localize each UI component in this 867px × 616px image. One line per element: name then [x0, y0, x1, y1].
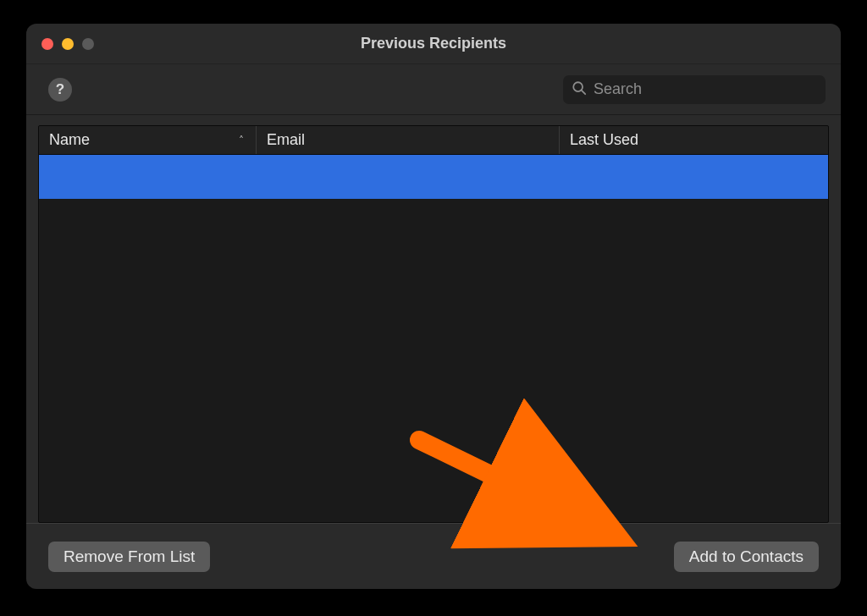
- svg-line-1: [582, 90, 586, 94]
- search-input[interactable]: [594, 80, 817, 98]
- table-row[interactable]: [39, 375, 828, 397]
- table-row[interactable]: [39, 155, 828, 177]
- footer: Remove From List Add to Contacts: [26, 523, 841, 589]
- table-row[interactable]: [39, 309, 828, 331]
- table-row[interactable]: [39, 331, 828, 353]
- toolbar: ?: [26, 64, 841, 115]
- search-field[interactable]: [563, 75, 826, 104]
- table-row[interactable]: [39, 265, 828, 287]
- table-row[interactable]: [39, 177, 828, 199]
- window-title: Previous Recipients: [26, 35, 841, 52]
- table-row[interactable]: [39, 199, 828, 221]
- sort-ascending-icon: ˄: [239, 135, 244, 146]
- table-header: Name ˄ Email Last Used: [39, 126, 828, 155]
- titlebar: Previous Recipients: [26, 24, 841, 64]
- table-row[interactable]: [39, 221, 828, 243]
- help-button[interactable]: ?: [48, 78, 72, 102]
- add-to-contacts-button[interactable]: Add to Contacts: [674, 542, 819, 572]
- column-last-used[interactable]: Last Used: [559, 126, 828, 154]
- table-row[interactable]: [39, 287, 828, 309]
- column-email[interactable]: Email: [256, 126, 559, 154]
- window-controls: [26, 38, 94, 50]
- recipients-table: Name ˄ Email Last Used: [38, 125, 829, 523]
- table-row[interactable]: [39, 353, 828, 375]
- minimize-window-button[interactable]: [62, 38, 74, 50]
- column-name[interactable]: Name ˄: [39, 126, 256, 154]
- maximize-window-button[interactable]: [82, 38, 94, 50]
- remove-from-list-button[interactable]: Remove From List: [48, 542, 210, 572]
- table-row[interactable]: [39, 243, 828, 265]
- previous-recipients-window: Previous Recipients ? Name ˄ Email Last …: [26, 24, 841, 589]
- search-icon: [572, 80, 587, 99]
- close-window-button[interactable]: [41, 38, 53, 50]
- table-body[interactable]: [39, 155, 828, 522]
